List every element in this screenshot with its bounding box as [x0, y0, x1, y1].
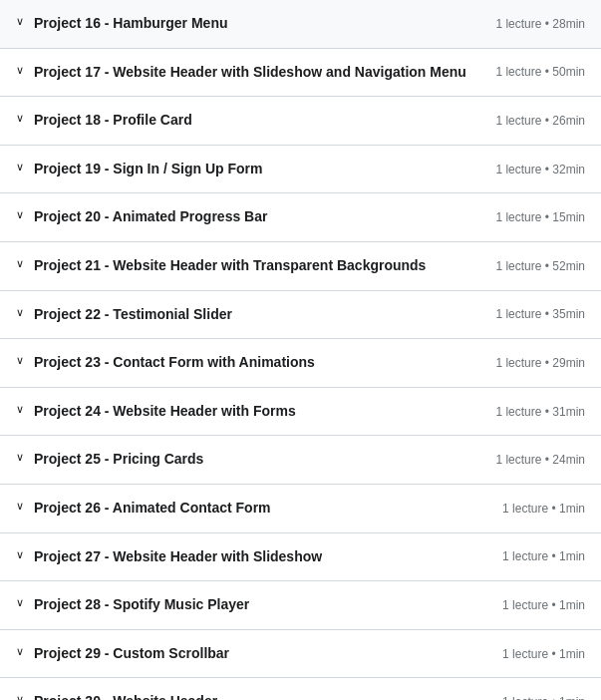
- course-left: ∨Project 20 - Animated Progress Bar: [16, 207, 479, 227]
- course-item-17[interactable]: ∨Project 17 - Website Header with Slides…: [0, 49, 601, 98]
- course-left: ∨Project 18 - Profile Card: [16, 111, 479, 131]
- course-title: Project 19 - Sign In / Sign Up Form: [34, 160, 262, 179]
- chevron-down-icon: ∨: [16, 646, 24, 657]
- course-meta: 1 lecture • 29min: [495, 356, 585, 370]
- course-item-21[interactable]: ∨Project 21 - Website Header with Transp…: [0, 242, 601, 291]
- chevron-down-icon: ∨: [16, 694, 24, 700]
- course-meta: 1 lecture • 15min: [495, 210, 585, 224]
- chevron-down-icon: ∨: [16, 404, 24, 415]
- course-title: Project 17 - Website Header with Slidesh…: [34, 63, 466, 83]
- course-meta: 1 lecture • 50min: [495, 65, 585, 79]
- course-meta: 1 lecture • 1min: [502, 502, 585, 516]
- chevron-down-icon: ∨: [16, 307, 24, 318]
- course-item-20[interactable]: ∨Project 20 - Animated Progress Bar1 lec…: [0, 193, 601, 242]
- course-item-30[interactable]: ∨Project 30 - Website Header1 lecture • …: [0, 678, 601, 700]
- course-left: ∨Project 17 - Website Header with Slides…: [16, 63, 479, 83]
- chevron-down-icon: ∨: [16, 16, 24, 27]
- course-title: Project 30 - Website Header: [34, 692, 217, 700]
- course-item-29[interactable]: ∨Project 29 - Custom Scrollbar1 lecture …: [0, 630, 601, 679]
- course-title: Project 22 - Testimonial Slider: [34, 305, 232, 325]
- course-meta: 1 lecture • 28min: [495, 17, 585, 31]
- course-item-18[interactable]: ∨Project 18 - Profile Card1 lecture • 26…: [0, 97, 601, 146]
- course-title: Project 16 - Hamburger Menu: [34, 14, 228, 34]
- course-title: Project 27 - Website Header with Slidesh…: [34, 547, 322, 567]
- chevron-down-icon: ∨: [16, 162, 24, 173]
- course-left: ∨Project 26 - Animated Contact Form: [16, 499, 486, 519]
- chevron-down-icon: ∨: [16, 209, 24, 220]
- course-title: Project 29 - Custom Scrollbar: [34, 644, 229, 664]
- course-item-23[interactable]: ∨Project 23 - Contact Form with Animatio…: [0, 339, 601, 388]
- course-left: ∨Project 29 - Custom Scrollbar: [16, 644, 486, 664]
- course-left: ∨Project 27 - Website Header with Slides…: [16, 547, 486, 567]
- course-meta: 1 lecture • 1min: [502, 598, 585, 612]
- course-item-28[interactable]: ∨Project 28 - Spotify Music Player1 lect…: [0, 581, 601, 630]
- course-meta: 1 lecture • 32min: [495, 163, 585, 176]
- course-meta: 1 lecture • 1min: [502, 549, 585, 563]
- course-list: ∨Project 16 - Hamburger Menu1 lecture • …: [0, 0, 601, 700]
- course-item-22[interactable]: ∨Project 22 - Testimonial Slider1 lectur…: [0, 291, 601, 340]
- course-item-19[interactable]: ∨Project 19 - Sign In / Sign Up Form1 le…: [0, 146, 601, 194]
- course-item-27[interactable]: ∨Project 27 - Website Header with Slides…: [0, 533, 601, 582]
- course-item-26[interactable]: ∨Project 26 - Animated Contact Form1 lec…: [0, 485, 601, 533]
- chevron-down-icon: ∨: [16, 258, 24, 269]
- course-left: ∨Project 28 - Spotify Music Player: [16, 595, 486, 615]
- course-title: Project 20 - Animated Progress Bar: [34, 207, 267, 227]
- chevron-down-icon: ∨: [16, 597, 24, 608]
- course-meta: 1 lecture • 35min: [495, 307, 585, 321]
- course-title: Project 23 - Contact Form with Animation…: [34, 353, 315, 373]
- course-item-24[interactable]: ∨Project 24 - Website Header with Forms1…: [0, 388, 601, 437]
- course-left: ∨Project 16 - Hamburger Menu: [16, 14, 479, 34]
- chevron-down-icon: ∨: [16, 452, 24, 463]
- course-left: ∨Project 22 - Testimonial Slider: [16, 305, 479, 325]
- course-title: Project 21 - Website Header with Transpa…: [34, 256, 426, 276]
- course-title: Project 24 - Website Header with Forms: [34, 402, 296, 422]
- chevron-down-icon: ∨: [16, 501, 24, 512]
- course-left: ∨Project 19 - Sign In / Sign Up Form: [16, 160, 479, 179]
- course-title: Project 18 - Profile Card: [34, 111, 192, 131]
- course-meta: 1 lecture • 52min: [495, 259, 585, 273]
- course-meta: 1 lecture • 24min: [495, 453, 585, 467]
- course-left: ∨Project 30 - Website Header: [16, 692, 486, 700]
- course-left: ∨Project 25 - Pricing Cards: [16, 450, 479, 470]
- course-item-16[interactable]: ∨Project 16 - Hamburger Menu1 lecture • …: [0, 0, 601, 49]
- course-meta: 1 lecture • 1min: [502, 695, 585, 700]
- course-item-25[interactable]: ∨Project 25 - Pricing Cards1 lecture • 2…: [0, 436, 601, 485]
- course-meta: 1 lecture • 26min: [495, 114, 585, 128]
- chevron-down-icon: ∨: [16, 65, 24, 76]
- course-title: Project 28 - Spotify Music Player: [34, 595, 249, 615]
- course-meta: 1 lecture • 1min: [502, 647, 585, 661]
- course-title: Project 26 - Animated Contact Form: [34, 499, 271, 519]
- chevron-down-icon: ∨: [16, 355, 24, 366]
- chevron-down-icon: ∨: [16, 549, 24, 560]
- course-left: ∨Project 23 - Contact Form with Animatio…: [16, 353, 479, 373]
- course-left: ∨Project 21 - Website Header with Transp…: [16, 256, 479, 276]
- course-title: Project 25 - Pricing Cards: [34, 450, 203, 470]
- course-meta: 1 lecture • 31min: [495, 405, 585, 419]
- chevron-down-icon: ∨: [16, 113, 24, 124]
- course-left: ∨Project 24 - Website Header with Forms: [16, 402, 479, 422]
